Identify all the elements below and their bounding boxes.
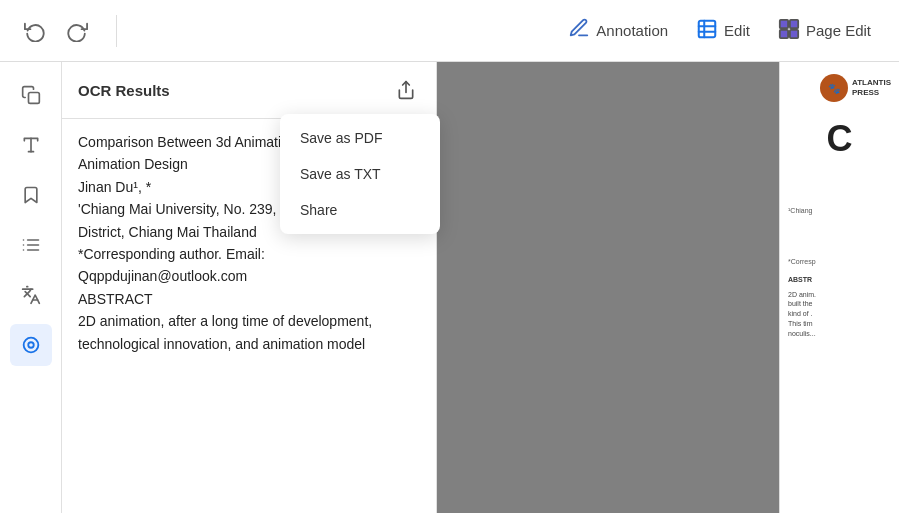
toolbar: Annotation Edit [0,0,899,62]
svg-point-17 [23,338,38,353]
main-content: OCR Results Save as PDF Save as TXT Shar… [0,62,899,513]
svg-rect-4 [780,20,788,28]
pdf-logo: 🐾 ATLANTIS PRESS [788,74,891,102]
pdf-footnote2: *Corresp [788,257,891,268]
svg-rect-6 [780,30,788,38]
toolbar-divider [116,15,117,47]
toolbar-tools: Annotation Edit [556,11,883,50]
edit-label: Edit [724,22,750,39]
share-item[interactable]: Share [280,192,440,228]
pdf-abstract-label: ABSTR [788,275,891,286]
pdf-page-preview: 🐾 ATLANTIS PRESS C ¹Chiang *Corresp ABST… [779,62,899,513]
redo-button[interactable] [58,14,96,48]
svg-rect-5 [790,20,798,28]
sidebar-text-format-icon[interactable] [10,124,52,166]
pdf-footnote1: ¹Chiang [788,206,891,217]
undo-button[interactable] [16,14,54,48]
sidebar-ocr-icon[interactable] [10,324,52,366]
ocr-title: OCR Results [78,82,170,99]
save-as-txt-item[interactable]: Save as TXT [280,156,440,192]
pdf-view-area: 🐾 ATLANTIS PRESS C ¹Chiang *Corresp ABST… [437,62,899,513]
svg-point-18 [28,342,34,348]
left-sidebar [0,62,62,513]
ocr-export-button[interactable] [392,76,420,104]
sidebar-bookmark-icon[interactable] [10,174,52,216]
ocr-header: OCR Results Save as PDF Save as TXT Shar… [62,62,436,119]
page-edit-icon [778,18,800,43]
annotation-label: Annotation [596,22,668,39]
edit-icon [696,18,718,43]
annotation-tool[interactable]: Annotation [556,11,680,50]
sidebar-translate-icon[interactable] [10,274,52,316]
sidebar-list-icon[interactable] [10,224,52,266]
atlantis-logo-icon: 🐾 [820,74,848,102]
sidebar-copy-icon[interactable] [10,74,52,116]
edit-tool[interactable]: Edit [684,12,762,49]
svg-rect-8 [28,93,39,104]
save-as-pdf-item[interactable]: Save as PDF [280,120,440,156]
ocr-panel: OCR Results Save as PDF Save as TXT Shar… [62,62,437,513]
page-edit-tool[interactable]: Page Edit [766,12,883,49]
pdf-large-char: C [788,112,891,166]
export-dropdown: Save as PDF Save as TXT Share [280,114,440,234]
toolbar-history [16,14,96,48]
page-edit-label: Page Edit [806,22,871,39]
annotation-icon [568,17,590,44]
atlantis-logo-text: ATLANTIS PRESS [852,78,891,97]
svg-rect-0 [699,21,716,38]
svg-rect-7 [790,30,798,38]
pdf-body-text: 2D anim. built the kind of . This tim no… [788,290,891,339]
